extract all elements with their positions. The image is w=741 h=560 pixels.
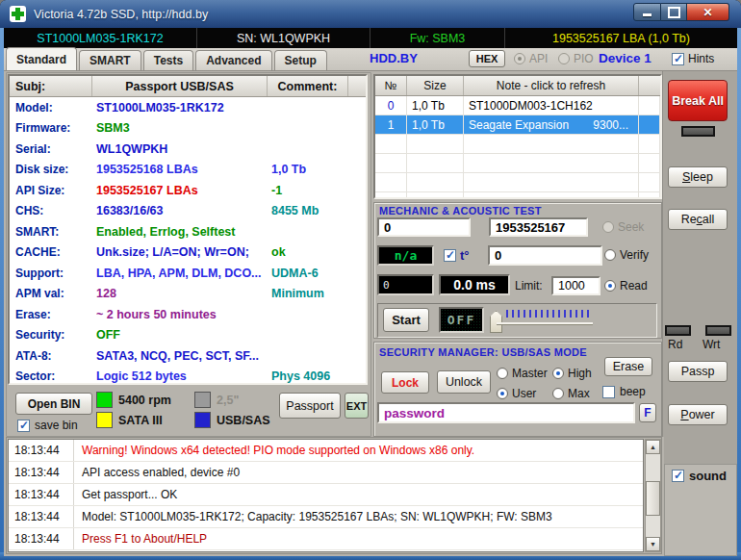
mechanic-test-title: MECHANIC & ACOUSTIC TEST bbox=[379, 205, 542, 216]
passport-row-value: 1953525167 LBAs bbox=[92, 184, 268, 197]
drive-table: № Size Note - click to refresh 01,0 TbST… bbox=[373, 74, 662, 199]
open-bin-button[interactable]: Open BIN bbox=[15, 393, 92, 415]
hints-checkbox[interactable]: Hints bbox=[672, 52, 714, 65]
read-radio[interactable]: Read bbox=[604, 279, 648, 293]
verify-radio[interactable]: Verify bbox=[604, 248, 649, 262]
maximize-button[interactable] bbox=[661, 3, 687, 21]
passport-row: Erase:~ 2 hours 50 minutes bbox=[10, 304, 366, 325]
log-list[interactable]: 18:13:44Warning! Windows x64 detected! P… bbox=[8, 439, 644, 552]
break-all-button[interactable]: Break All bbox=[668, 80, 728, 121]
passport-row-label: APM val: bbox=[10, 287, 92, 300]
end-lba-input[interactable]: 1953525167 bbox=[489, 217, 588, 237]
user-radio[interactable]: User bbox=[497, 387, 536, 400]
passport-row-value: ST1000LM035-1RK172 bbox=[92, 101, 268, 115]
passport-row: Serial:WL1QWPKH bbox=[10, 139, 366, 160]
passport-row-label: API Size: bbox=[10, 184, 92, 197]
max-radio-icon[interactable] bbox=[552, 388, 564, 399]
passport-body: Model:ST1000LM035-1RK172Firmware:SBM3Ser… bbox=[10, 97, 366, 387]
scrollbar-thumb[interactable] bbox=[646, 481, 660, 516]
start-button[interactable]: Start bbox=[383, 308, 429, 332]
drive-row-empty bbox=[375, 154, 660, 173]
beep-checkbox[interactable]: beep bbox=[602, 385, 646, 398]
drive-note bbox=[464, 173, 639, 191]
scroll-up-icon[interactable]: ▲ bbox=[646, 440, 660, 454]
seek-radio[interactable]: Seek bbox=[602, 220, 644, 234]
passport-row-value: 128 bbox=[92, 287, 268, 300]
pio-radio-icon[interactable] bbox=[558, 53, 570, 64]
verify-radio-icon[interactable] bbox=[604, 249, 616, 261]
tab-advanced[interactable]: Advanced bbox=[195, 50, 271, 70]
temperature-checkbox[interactable]: t° bbox=[444, 248, 470, 263]
high-radio[interactable]: High bbox=[552, 367, 592, 380]
drive-size: 1,0 Tb bbox=[407, 96, 464, 115]
master-radio-icon[interactable] bbox=[497, 368, 508, 379]
save-bin-checkbox[interactable]: save bin bbox=[17, 419, 78, 432]
tab-smart[interactable]: SMART bbox=[79, 50, 141, 70]
passport-header-title: Passport USB/SAS bbox=[92, 76, 268, 96]
tab-bar: StandardSMARTTestsAdvancedSetup HDD.BY H… bbox=[4, 48, 737, 71]
drive-header-note[interactable]: Note - click to refresh bbox=[464, 76, 639, 95]
tab-tests[interactable]: Tests bbox=[143, 50, 193, 70]
api-radio[interactable]: API bbox=[514, 52, 548, 65]
high-radio-icon[interactable] bbox=[552, 368, 564, 379]
minimize-button[interactable] bbox=[633, 3, 661, 21]
unlock-button[interactable]: Unlock bbox=[437, 370, 491, 394]
beep-checkbox-icon[interactable] bbox=[602, 386, 615, 398]
user-radio-icon[interactable] bbox=[497, 388, 508, 399]
legend-color-swatch bbox=[96, 412, 113, 428]
passport-row-comment: Phys 4096 bbox=[268, 369, 330, 383]
max-radio[interactable]: Max bbox=[552, 387, 590, 400]
password-input[interactable]: password bbox=[377, 402, 635, 423]
temperature-display: n/a bbox=[377, 245, 434, 266]
api-radio-icon[interactable] bbox=[514, 53, 525, 64]
seek-radio-icon[interactable] bbox=[602, 221, 614, 233]
legend-label: 2,5" bbox=[217, 394, 239, 407]
start-lba-input[interactable]: 0 bbox=[377, 217, 471, 237]
erase-button[interactable]: Erase bbox=[604, 357, 652, 376]
tab-setup[interactable]: Setup bbox=[274, 50, 327, 70]
passport-row: ATA-8:SATA3, NCQ, PEC, SCT, SF... bbox=[10, 345, 366, 367]
drive-note bbox=[464, 135, 639, 153]
passport-button[interactable]: Passport bbox=[279, 393, 341, 419]
passport-header: Subj: Passport USB/SAS Comment: bbox=[10, 76, 366, 97]
power-button[interactable]: Power bbox=[668, 404, 728, 425]
drive-row[interactable]: 11,0 TbSeagate Expansion9300... bbox=[375, 115, 660, 135]
scroll-down-icon[interactable]: ▼ bbox=[646, 537, 660, 551]
master-radio[interactable]: Master bbox=[497, 367, 548, 380]
passport-row-value: ~ 2 hours 50 minutes bbox=[92, 308, 268, 321]
f-button[interactable]: F bbox=[639, 403, 656, 422]
legend-label: SATA III bbox=[118, 414, 163, 427]
speed-slider-ticks bbox=[506, 310, 593, 318]
drive-num bbox=[375, 135, 407, 153]
passport-row-label: SMART: bbox=[10, 225, 92, 239]
pio-radio[interactable]: PIO bbox=[558, 52, 594, 65]
recall-button[interactable]: Recall bbox=[668, 209, 728, 230]
temperature-input[interactable]: 0 bbox=[488, 245, 602, 266]
legend-label: USB/SAS bbox=[217, 414, 270, 427]
log-scrollbar[interactable]: ▲ ▼ bbox=[645, 439, 661, 552]
speed-slider-track[interactable] bbox=[497, 322, 593, 325]
save-bin-checkbox-icon[interactable] bbox=[17, 420, 30, 432]
hex-button[interactable]: HEX bbox=[469, 50, 505, 67]
passport-row-value: LBA, HPA, APM, DLM, DCO... bbox=[92, 267, 268, 280]
hints-checkbox-icon[interactable] bbox=[672, 53, 684, 65]
temperature-checkbox-icon[interactable] bbox=[444, 249, 456, 262]
read-radio-icon[interactable] bbox=[604, 280, 616, 292]
limit-input[interactable]: 1000 bbox=[551, 276, 600, 295]
sound-checkbox[interactable]: sound bbox=[672, 469, 727, 483]
lock-button[interactable]: Lock bbox=[381, 371, 429, 394]
legend-color-swatch bbox=[194, 392, 211, 408]
close-button[interactable] bbox=[687, 3, 729, 21]
sound-checkbox-icon[interactable] bbox=[672, 470, 684, 482]
log-message: Press F1 to About/HELP bbox=[74, 532, 207, 546]
drive-row[interactable]: 01,0 TbST1000DM003-1CH162 bbox=[375, 96, 660, 115]
drive-table-header[interactable]: № Size Note - click to refresh bbox=[375, 76, 660, 96]
legend-label: 5400 rpm bbox=[118, 394, 171, 407]
ext-button[interactable]: EXT bbox=[345, 393, 369, 419]
log-message: Get passport... OK bbox=[74, 488, 177, 501]
info-capacity: 1953525167 LBA (1,0 Tb) bbox=[505, 28, 737, 48]
tab-standard[interactable]: Standard bbox=[6, 47, 77, 70]
passp-button[interactable]: Passp bbox=[668, 361, 728, 382]
drive-header-extra bbox=[639, 76, 660, 95]
sleep-button[interactable]: Sleep bbox=[668, 166, 728, 188]
